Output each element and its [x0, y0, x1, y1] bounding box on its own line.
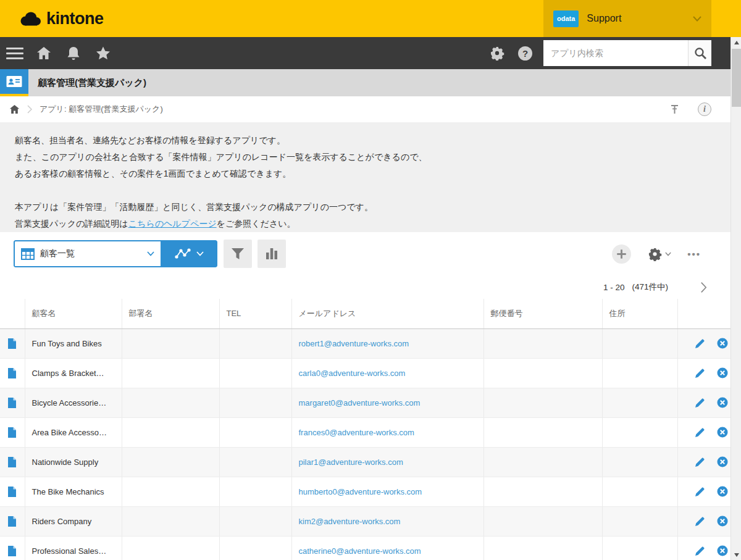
- delete-record-icon[interactable]: [717, 338, 728, 349]
- email-link[interactable]: humberto0@adventure-works.com: [299, 487, 422, 496]
- email-link[interactable]: frances0@adventure-works.com: [299, 428, 414, 437]
- header-tel[interactable]: TEL: [219, 299, 291, 328]
- email-link[interactable]: kim2@adventure-works.com: [299, 517, 401, 526]
- header-customer-name[interactable]: 顧客名: [25, 299, 122, 328]
- info-icon[interactable]: i: [698, 102, 711, 116]
- cell-department: [122, 417, 219, 447]
- edit-record-icon[interactable]: [695, 516, 705, 527]
- cell-zip: [484, 477, 602, 506]
- notifications-bell-icon[interactable]: [65, 45, 82, 61]
- cell-customer-name: Bicycle Accessorie…: [25, 388, 122, 417]
- cell-zip: [484, 358, 602, 388]
- record-file-icon[interactable]: [7, 397, 17, 409]
- scrollbar-up-arrow[interactable]: [731, 37, 741, 48]
- global-navbar: ?: [0, 37, 731, 69]
- header-email[interactable]: メールアドレス: [291, 299, 484, 328]
- app-tab[interactable]: [0, 69, 28, 96]
- edit-record-icon[interactable]: [695, 427, 705, 438]
- record-file-icon[interactable]: [7, 367, 17, 379]
- cell-department: [122, 506, 219, 536]
- settings-gear-icon[interactable]: [490, 46, 504, 61]
- home-icon[interactable]: [36, 45, 52, 61]
- header-address[interactable]: 住所: [602, 299, 677, 328]
- cell-department: [122, 447, 219, 477]
- gear-icon: [648, 247, 662, 261]
- email-link[interactable]: margaret0@adventure-works.com: [299, 398, 421, 407]
- delete-record-icon[interactable]: [717, 486, 728, 497]
- view-selector-dropdown[interactable]: 顧客一覧: [14, 240, 161, 267]
- more-options-button[interactable]: •••: [687, 249, 701, 259]
- edit-record-icon[interactable]: [695, 368, 705, 378]
- add-record-button[interactable]: [611, 244, 632, 264]
- record-file-icon[interactable]: [7, 338, 17, 349]
- cell-address: [602, 506, 677, 536]
- cell-actions: [677, 506, 731, 536]
- graph-icon: [175, 248, 191, 259]
- email-link[interactable]: pilar1@adventure-works.com: [299, 458, 403, 467]
- table-row[interactable]: The Bike Mechanics humberto0@adventure-w…: [0, 477, 731, 506]
- delete-record-icon[interactable]: [717, 456, 728, 467]
- header-department[interactable]: 部署名: [122, 299, 219, 328]
- funnel-icon: [230, 247, 245, 261]
- support-menu[interactable]: odata Support: [543, 0, 711, 37]
- delete-record-icon[interactable]: [717, 545, 728, 556]
- edit-record-icon[interactable]: [695, 338, 705, 349]
- favorites-star-icon[interactable]: [95, 45, 111, 61]
- table-row[interactable]: Clamps & Bracket… carla0@adventure-works…: [0, 358, 731, 388]
- table-row[interactable]: Bicycle Accessorie… margaret0@adventure-…: [0, 388, 731, 417]
- table-row[interactable]: Riders Company kim2@adventure-works.com: [0, 506, 731, 536]
- cell-address: [602, 477, 677, 506]
- breadcrumb-app-label: アプリ: 顧客管理(営業支援パック): [40, 104, 163, 115]
- search-input[interactable]: [543, 40, 688, 66]
- cell-zip: [484, 506, 602, 536]
- help-page-link[interactable]: こちらのヘルプページ: [128, 219, 217, 228]
- odata-badge: odata: [553, 10, 579, 27]
- table-row[interactable]: Area Bike Accesso… frances0@adventure-wo…: [0, 417, 731, 447]
- record-file-icon[interactable]: [7, 516, 17, 527]
- breadcrumb-home-icon[interactable]: [9, 104, 20, 114]
- description-line: あるお客様の顧客情報と、その案件を1画面でまとめて確認できます。: [15, 165, 716, 182]
- record-file-icon[interactable]: [7, 545, 17, 557]
- email-link[interactable]: catherine0@adventure-works.com: [299, 546, 421, 556]
- app-settings-button[interactable]: [648, 247, 671, 261]
- email-link[interactable]: robert1@adventure-works.com: [299, 339, 409, 348]
- cell-tel: [219, 358, 291, 388]
- help-icon[interactable]: ?: [518, 46, 532, 61]
- scrollbar-thumb[interactable]: [732, 49, 741, 107]
- vertical-scrollbar[interactable]: [731, 37, 741, 560]
- pagination-range: 1 - 20: [603, 283, 625, 292]
- record-file-icon[interactable]: [7, 427, 17, 438]
- delete-record-icon[interactable]: [717, 427, 728, 438]
- table-row[interactable]: Professional Sales… catherine0@adventure…: [0, 536, 731, 560]
- edit-record-icon[interactable]: [695, 487, 705, 497]
- email-link[interactable]: carla0@adventure-works.com: [299, 369, 406, 378]
- delete-record-icon[interactable]: [717, 367, 728, 378]
- record-file-icon[interactable]: [7, 486, 17, 498]
- table-row[interactable]: Fun Toys and Bikes robert1@adventure-wor…: [0, 328, 731, 358]
- filter-button[interactable]: [224, 240, 252, 268]
- pin-icon[interactable]: [670, 104, 679, 115]
- pagination: 1 - 20 (471件中): [0, 275, 731, 299]
- edit-record-icon[interactable]: [695, 546, 705, 556]
- next-page-button[interactable]: [700, 282, 707, 293]
- edit-record-icon[interactable]: [695, 457, 705, 467]
- kintone-logo[interactable]: kintone: [19, 9, 104, 28]
- cell-tel: [219, 328, 291, 358]
- header-actions-column: [677, 299, 731, 328]
- graph-view-button[interactable]: [161, 240, 217, 267]
- header-zip[interactable]: 郵便番号: [484, 299, 602, 328]
- cell-address: [602, 417, 677, 447]
- edit-record-icon[interactable]: [695, 398, 705, 408]
- delete-record-icon[interactable]: [717, 397, 728, 408]
- table-row[interactable]: Nationwide Supply pilar1@adventure-works…: [0, 447, 731, 477]
- chart-button[interactable]: [257, 240, 286, 268]
- chevron-right-icon: [700, 282, 707, 293]
- scrollbar-down-arrow[interactable]: [731, 550, 741, 560]
- support-label: Support: [587, 13, 621, 24]
- cell-actions: [677, 328, 731, 358]
- hamburger-menu-icon[interactable]: [6, 48, 23, 59]
- search-button[interactable]: [688, 40, 711, 66]
- description-line: [15, 182, 716, 199]
- delete-record-icon[interactable]: [717, 516, 728, 527]
- record-file-icon[interactable]: [7, 456, 17, 468]
